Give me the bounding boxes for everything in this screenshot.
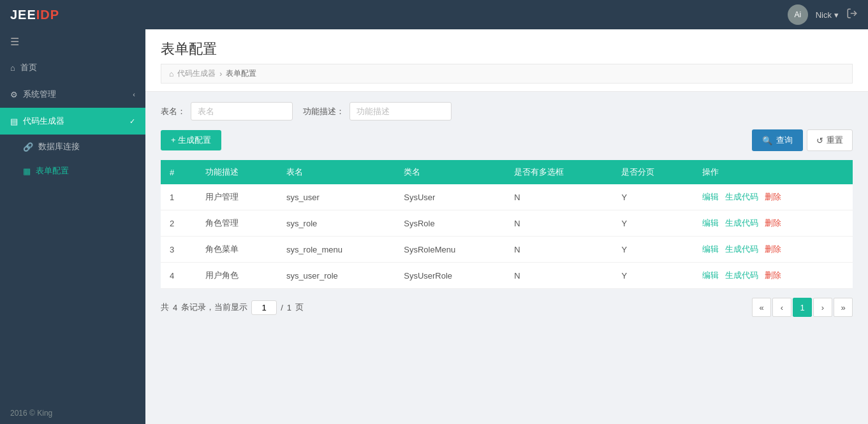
cell-table: sys_user_role	[277, 263, 395, 289]
edit-link[interactable]: 编辑	[702, 192, 719, 201]
chevron-left-icon: ‹	[133, 91, 135, 98]
codegen-icon: ▤	[10, 117, 18, 126]
col-func: 功能描述	[196, 160, 277, 184]
chevron-down-icon: ✓	[129, 117, 135, 126]
col-class: 类名	[395, 160, 505, 184]
search-bar: 表名： 功能描述：	[161, 102, 853, 121]
cell-class: SysRole	[395, 210, 505, 237]
data-table: # 功能描述 表名 类名 是否有多选框 是否分页 操作 1 用户管理 sys_u…	[161, 160, 853, 289]
cell-checkbox: N	[505, 237, 612, 263]
delete-link[interactable]: 删除	[765, 218, 781, 228]
table-header-row: # 功能描述 表名 类名 是否有多选框 是否分页 操作	[161, 160, 853, 184]
cell-paged: Y	[612, 237, 693, 263]
breadcrumb: ⌂ 代码生成器 › 表单配置	[161, 64, 853, 84]
sidebar-item-codegen[interactable]: ▤ 代码生成器 ✓	[0, 108, 145, 135]
cell-func: 用户管理	[196, 184, 277, 210]
cell-paged: Y	[612, 184, 693, 210]
col-table: 表名	[277, 160, 395, 184]
cell-actions: 编辑 生成代码 删除	[693, 263, 853, 289]
next-page-button[interactable]: ›	[813, 298, 832, 317]
delete-link[interactable]: 删除	[765, 244, 781, 254]
search-icon: 🔍	[762, 136, 772, 145]
func-desc-field: 功能描述：	[303, 102, 452, 121]
username-label: Nick	[816, 10, 832, 20]
sidebar-db-label: 数据库连接	[38, 141, 80, 152]
edit-link[interactable]: 编辑	[702, 244, 719, 254]
cell-table: sys_role	[277, 210, 395, 237]
func-desc-label: 功能描述：	[303, 106, 344, 117]
generate-code-link[interactable]: 生成代码	[725, 218, 758, 228]
breadcrumb-home-icon: ⌂	[169, 69, 173, 78]
total-pages: 1	[287, 303, 291, 312]
prev-page-button[interactable]: ‹	[772, 298, 791, 317]
logo-idp: IDP	[36, 8, 59, 22]
sidebar-codegen-label: 代码生成器	[23, 115, 64, 127]
total-prefix: 共	[161, 302, 169, 313]
generate-code-link[interactable]: 生成代码	[725, 192, 758, 201]
main-content: 表单配置 ⌂ 代码生成器 › 表单配置 表名： 功能描述：	[145, 29, 868, 424]
generate-code-link[interactable]: 生成代码	[725, 244, 758, 254]
generate-config-button[interactable]: + 生成配置	[161, 130, 221, 150]
sidebar-item-system[interactable]: ⚙ 系统管理 ‹	[0, 81, 145, 108]
logout-button[interactable]	[846, 8, 858, 22]
pagination-buttons: « ‹ 1 › »	[752, 298, 853, 317]
current-page-input[interactable]	[251, 300, 277, 315]
sidebar-item-home[interactable]: ⌂ 首页	[0, 54, 145, 81]
table-icon: ▦	[23, 166, 31, 176]
cell-table: sys_user	[277, 184, 395, 210]
toolbar: + 生成配置 🔍 查询 ↺ 重置	[161, 129, 853, 151]
cell-paged: Y	[612, 210, 693, 237]
sidebar-toggle-button[interactable]: ☰	[0, 29, 145, 54]
pagination-info: 共 4 条记录，当前显示 / 1 页	[161, 300, 304, 315]
edit-link[interactable]: 编辑	[702, 270, 719, 280]
topnav-right: Ai Nick ▾	[788, 4, 858, 25]
col-action: 操作	[693, 160, 853, 184]
home-icon: ⌂	[10, 63, 15, 73]
page-header: 表单配置 ⌂ 代码生成器 › 表单配置	[145, 29, 868, 92]
sidebar-item-table-config[interactable]: ▦ 表单配置	[0, 159, 145, 183]
toolbar-right: 🔍 查询 ↺ 重置	[752, 129, 853, 151]
generate-code-link[interactable]: 生成代码	[725, 270, 758, 280]
cell-class: SysUserRole	[395, 263, 505, 289]
table-row: 4 用户角色 sys_user_role SysUserRole N Y 编辑 …	[161, 263, 853, 289]
logo-jee: JEE	[10, 8, 36, 22]
total-count: 4	[173, 303, 177, 312]
cell-num: 3	[161, 237, 196, 263]
breadcrumb-current: 表单配置	[226, 68, 256, 79]
table-name-input[interactable]	[191, 102, 293, 121]
cell-checkbox: N	[505, 184, 612, 210]
table-row: 2 角色管理 sys_role SysRole N Y 编辑 生成代码 删除	[161, 210, 853, 237]
page-1-button[interactable]: 1	[793, 298, 812, 317]
sidebar-system-label: 系统管理	[23, 89, 56, 100]
link-icon: 🔗	[23, 142, 33, 152]
logo: JEEIDP	[10, 8, 59, 22]
last-page-button[interactable]: »	[834, 298, 853, 317]
col-num: #	[161, 160, 196, 184]
sidebar-footer: 2016 © King	[0, 402, 145, 424]
reset-icon: ↺	[816, 136, 823, 145]
delete-link[interactable]: 删除	[765, 270, 781, 280]
pagination-area: 共 4 条记录，当前显示 / 1 页 « ‹ 1 › »	[161, 298, 853, 317]
first-page-button[interactable]: «	[752, 298, 771, 317]
table-name-field: 表名：	[161, 102, 293, 121]
cell-func: 角色管理	[196, 210, 277, 237]
table-row: 1 用户管理 sys_user SysUser N Y 编辑 生成代码 删除	[161, 184, 853, 210]
func-desc-input[interactable]	[349, 102, 452, 121]
cell-class: SysUser	[395, 184, 505, 210]
col-paged: 是否分页	[612, 160, 693, 184]
table-body: 1 用户管理 sys_user SysUser N Y 编辑 生成代码 删除 2…	[161, 184, 853, 289]
sidebar-home-label: 首页	[20, 62, 37, 73]
user-menu[interactable]: Nick ▾	[816, 10, 839, 20]
edit-link[interactable]: 编辑	[702, 218, 719, 228]
delete-link[interactable]: 删除	[765, 192, 781, 201]
cell-num: 1	[161, 184, 196, 210]
page-unit: 页	[295, 302, 304, 313]
reset-button[interactable]: ↺ 重置	[807, 129, 853, 151]
topnav: JEEIDP Ai Nick ▾	[0, 0, 868, 29]
search-button[interactable]: 🔍 查询	[752, 129, 803, 151]
sidebar-item-db-connect[interactable]: 🔗 数据库连接	[0, 135, 145, 159]
chevron-down-icon: ▾	[834, 10, 839, 20]
cell-class: SysRoleMenu	[395, 237, 505, 263]
cell-checkbox: N	[505, 263, 612, 289]
cell-actions: 编辑 生成代码 删除	[693, 184, 853, 210]
